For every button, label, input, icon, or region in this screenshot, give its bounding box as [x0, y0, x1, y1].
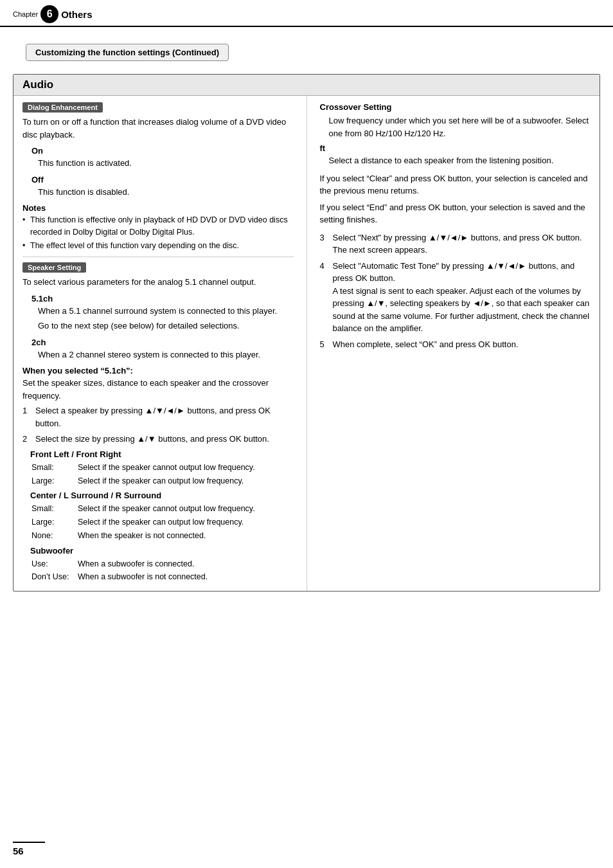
sub-desc-0: When a subwoofer is connected.: [78, 558, 294, 570]
front-desc-0: Select if the speaker cannot output low …: [78, 462, 294, 474]
center-row-1: Large: Select if the speaker can output …: [31, 516, 294, 529]
front-desc-1: Select if the speaker can output low fre…: [78, 475, 294, 487]
sub-table: Use: When a subwoofer is connected. Don’…: [22, 558, 294, 584]
crossover-heading: Crossover Setting: [320, 102, 591, 112]
speaker-badge-container: Speaker Setting: [22, 262, 294, 276]
center-label-1: Large:: [31, 516, 78, 529]
step-1: 1 Select a speaker by pressing ▲/▼/◄/► b…: [22, 404, 294, 429]
crossover-text: Low frequency under which you set here w…: [320, 114, 591, 140]
left-column: Dialog Enhancement To turn on or off a f…: [13, 96, 307, 591]
note-item-1: This function is effective only in playb…: [22, 214, 294, 239]
off-heading: Off: [22, 175, 294, 185]
end-text: If you select “End” and press OK button,…: [320, 201, 591, 226]
step-2: 2 Select the size by pressing ▲/▼ button…: [22, 433, 294, 446]
on-heading: On: [22, 146, 294, 156]
step-1-num: 1: [22, 404, 31, 429]
front-label-1: Large:: [31, 475, 78, 487]
steps-left: 1 Select a speaker by pressing ▲/▼/◄/► b…: [22, 404, 294, 446]
speaker-intro: To select various parameters for the ana…: [22, 276, 294, 289]
ch2-heading: 2ch: [22, 338, 294, 347]
when-51-text: Set the speaker sizes, distance to each …: [22, 377, 294, 402]
right-column: Crossover Setting Low frequency under wh…: [307, 96, 600, 591]
step-2-num: 2: [22, 433, 31, 446]
front-label-0: Small:: [31, 462, 78, 474]
dialog-badge: Dialog Enhancement: [22, 102, 294, 116]
dialog-intro: To turn on or off a function that increa…: [22, 116, 294, 141]
ft-text: Select a distance to each speaker from t…: [320, 154, 591, 167]
ch51-heading: 5.1ch: [22, 294, 294, 303]
sub-row-1: Don’t Use: When a subwoofer is not conne…: [31, 571, 294, 583]
audio-title: Audio: [13, 75, 600, 96]
chapter-label: Chapter: [13, 10, 38, 18]
clear-text: If you select “Clear” and press OK butto…: [320, 172, 591, 197]
chapter-header: Chapter 6 Others: [0, 0, 613, 27]
notes-list: This function is effective only in playb…: [22, 214, 294, 251]
ch2-text: When a 2 channel stereo system is connec…: [22, 348, 294, 361]
step-1-text: Select a speaker by pressing ▲/▼/◄/► but…: [35, 404, 294, 429]
center-row-2: None: When the speaker is not connected.: [31, 530, 294, 542]
sub-heading: Subwoofer: [22, 546, 294, 556]
sub-desc-1: When a subwoofer is not connected.: [78, 571, 294, 583]
audio-section: Audio Dialog Enhancement To turn on or o…: [13, 74, 600, 592]
ch51-text2: Go to the next step (see below) for deta…: [22, 320, 294, 332]
step-4: 4 Select "Automatic Test Tone" by pressi…: [320, 260, 591, 335]
front-table: Small: Select if the speaker cannot outp…: [22, 462, 294, 487]
off-text: This function is disabled.: [22, 186, 294, 199]
chapter-number: 6: [40, 5, 58, 23]
center-label-2: None:: [31, 530, 78, 542]
sub-row-0: Use: When a subwoofer is connected.: [31, 558, 294, 570]
step-5-num: 5: [320, 338, 329, 351]
center-row-0: Small: Select if the speaker cannot outp…: [31, 503, 294, 515]
step-2-text: Select the size by pressing ▲/▼ buttons,…: [35, 433, 294, 446]
sub-label-0: Use:: [31, 558, 78, 570]
step-5-text: When complete, select “OK” and press OK …: [333, 338, 591, 351]
steps-right: 3 Select "Next" by pressing ▲/▼/◄/► butt…: [320, 231, 591, 351]
ft-heading: ft: [320, 143, 591, 153]
step-3: 3 Select "Next" by pressing ▲/▼/◄/► butt…: [320, 231, 591, 257]
sub-label-1: Don’t Use:: [31, 571, 78, 583]
step-5: 5 When complete, select “OK” and press O…: [320, 338, 591, 351]
center-desc-0: Select if the speaker cannot output low …: [78, 503, 294, 515]
two-col-layout: Dialog Enhancement To turn on or off a f…: [13, 96, 600, 591]
center-heading: Center / L Surround / R Surround: [22, 491, 294, 500]
when-51-heading: When you selected “5.1ch”:: [22, 366, 294, 375]
front-heading: Front Left / Front Right: [22, 449, 294, 459]
center-table: Small: Select if the speaker cannot outp…: [22, 503, 294, 541]
step-4-text: Select "Automatic Test Tone" by pressing…: [333, 260, 591, 335]
center-label-0: Small:: [31, 503, 78, 515]
center-desc-1: Select if the speaker can output low fre…: [78, 516, 294, 529]
note-item-2: The effect level of this function vary d…: [22, 240, 294, 252]
page-footer: 56: [13, 842, 45, 856]
chapter-title: Others: [61, 9, 92, 20]
speaker-badge: Speaker Setting: [22, 262, 86, 273]
notes-heading: Notes: [22, 203, 294, 213]
step-3-num: 3: [320, 231, 329, 257]
step-3-text: Select "Next" by pressing ▲/▼/◄/► button…: [333, 231, 591, 257]
on-text: This function is activated.: [22, 157, 294, 170]
step-4-num: 4: [320, 260, 329, 335]
center-desc-2: When the speaker is not connected.: [78, 530, 294, 542]
customizing-banner: Customizing the function settings (Conti…: [26, 44, 229, 61]
front-row-1: Large: Select if the speaker can output …: [31, 475, 294, 487]
ch51-text1: When a 5.1 channel surround system is co…: [22, 305, 294, 318]
front-row-0: Small: Select if the speaker cannot outp…: [31, 462, 294, 474]
